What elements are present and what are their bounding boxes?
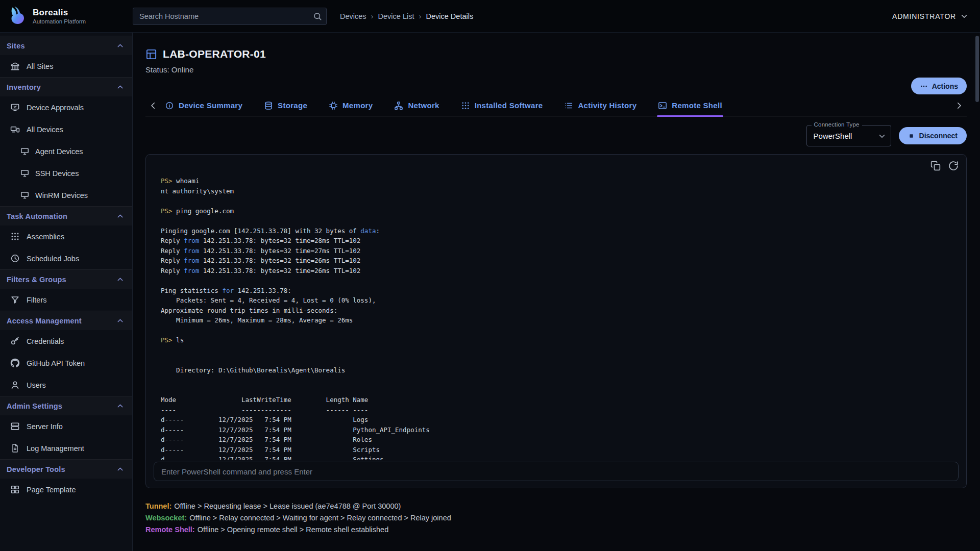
sidebar-item-assemblies[interactable]: Assemblies xyxy=(0,226,132,247)
terminal-line xyxy=(161,196,951,206)
terminal-line: nt authority\system xyxy=(161,186,951,196)
sidebar-item-page-template[interactable]: Page Template xyxy=(0,479,132,500)
terminal-line: d----- 12/7/2025 7:54 PM Settings xyxy=(161,455,951,460)
terminal-line: PS> whoami xyxy=(161,176,951,186)
sidebar-section-inventory[interactable]: Inventory xyxy=(0,77,132,96)
sidebar-item-github-api-token[interactable]: GitHub API Token xyxy=(0,352,132,374)
sidebar-section-task-automation[interactable]: Task Automation xyxy=(0,206,132,226)
sidebar-item-server-info[interactable]: Server Info xyxy=(0,415,132,437)
terminal-line: ---- ------------- ------ ---- xyxy=(161,405,951,415)
sidebar-section-developer-tools[interactable]: Developer Tools xyxy=(0,459,132,479)
sidebar-section-filters-groups[interactable]: Filters & Groups xyxy=(0,269,132,289)
tab-remote-shell[interactable]: Remote Shell xyxy=(657,94,723,116)
search-input[interactable] xyxy=(133,8,327,25)
tab-label: Memory xyxy=(342,101,373,110)
sidebar: SitesAll SitesInventoryDevice ApprovalsA… xyxy=(0,33,133,551)
sidebar-item-label: Credentials xyxy=(27,337,64,345)
sidebar-item-device-approvals[interactable]: Device Approvals xyxy=(0,96,132,118)
chevron-down-icon xyxy=(960,12,969,21)
status-line-websocket: Websocket:Offline > Relay connected > Wa… xyxy=(145,512,967,524)
user-menu-label: ADMINISTRATOR xyxy=(892,12,956,20)
breadcrumb: Devices›Device List›Device Details xyxy=(340,12,473,20)
command-input[interactable] xyxy=(154,462,959,481)
copy-icon[interactable] xyxy=(930,161,941,171)
sidebar-item-users[interactable]: Users xyxy=(0,374,132,396)
tabs-scroll-right-button[interactable] xyxy=(951,94,967,116)
refresh-icon[interactable] xyxy=(948,161,959,171)
user-menu[interactable]: ADMINISTRATOR xyxy=(892,12,980,21)
sidebar-item-log-management[interactable]: Log Management xyxy=(0,437,132,459)
sidebar-item-ssh-devices[interactable]: SSH Devices xyxy=(0,162,132,184)
tab-device-summary[interactable]: Device Summary xyxy=(164,94,243,116)
actions-button[interactable]: Actions xyxy=(911,78,967,94)
sidebar-item-filters[interactable]: Filters xyxy=(0,289,132,311)
apps-icon xyxy=(10,232,20,241)
terminal-panel: PS> whoamint authority\systemPS> ping go… xyxy=(145,154,967,488)
sidebar-section-label: Access Management xyxy=(7,317,82,325)
sidebar-item-agent-devices[interactable]: Agent Devices xyxy=(0,140,132,162)
scrollbar[interactable] xyxy=(975,36,979,548)
sidebar-section-access-management[interactable]: Access Management xyxy=(0,311,132,330)
tab-memory[interactable]: Memory xyxy=(328,94,374,116)
chevron-up-icon xyxy=(116,212,125,220)
device-title: LAB-OPERATOR-01 xyxy=(145,48,967,60)
terminal-output: PS> whoamint authority\systemPS> ping go… xyxy=(146,155,966,460)
chevron-up-icon xyxy=(116,402,125,410)
terminal-tools xyxy=(930,161,959,171)
chevron-up-icon xyxy=(116,275,125,284)
chevron-up-icon xyxy=(116,316,125,325)
tab-storage[interactable]: Storage xyxy=(263,94,308,116)
device-icon xyxy=(145,48,157,60)
terminal-line: Reply from 142.251.33.78: bytes=32 time=… xyxy=(161,236,951,246)
sidebar-section-sites[interactable]: Sites xyxy=(0,36,132,55)
sidebar-item-all-devices[interactable]: All Devices xyxy=(0,118,132,140)
storage-icon xyxy=(264,101,273,110)
device-status: Status: Online xyxy=(145,65,967,74)
terminal-line: Minimum = 26ms, Maximum = 28ms, Average … xyxy=(161,315,951,325)
doc-icon xyxy=(10,443,20,453)
disconnect-button[interactable]: Disconnect xyxy=(899,127,967,144)
status-text: Offline > Relay connected > Waiting for … xyxy=(189,514,451,522)
history-icon xyxy=(564,101,573,110)
terminal-line: PS> ls xyxy=(161,335,951,345)
tab-installed-software[interactable]: Installed Software xyxy=(460,94,544,116)
tab-label: Storage xyxy=(278,101,307,110)
terminal-line: Directory: D:\Github\Borealis\Agent\Bore… xyxy=(161,365,951,375)
terminal-line: Pinging google.com [142.251.33.78] with … xyxy=(161,226,951,236)
sidebar-item-label: All Sites xyxy=(27,62,53,70)
sidebar-item-winrm-devices[interactable]: WinRM Devices xyxy=(0,184,132,206)
terminal-line: d----- 12/7/2025 7:54 PM Roles xyxy=(161,435,951,445)
tab-label: Installed Software xyxy=(475,101,543,110)
sidebar-section-admin-settings[interactable]: Admin Settings xyxy=(0,396,132,415)
tab-label: Activity History xyxy=(578,101,636,110)
tab-network[interactable]: Network xyxy=(393,94,440,116)
breadcrumb-device-details: Device Details xyxy=(426,12,474,20)
sidebar-section-label: Admin Settings xyxy=(7,402,62,410)
sidebar-item-all-sites[interactable]: All Sites xyxy=(0,55,132,77)
brand-name: Borealis xyxy=(33,8,86,18)
sidebar-section-label: Filters & Groups xyxy=(7,276,66,284)
status-text: Offline > Opening remote shell > Remote … xyxy=(198,525,389,534)
breadcrumb-devices[interactable]: Devices xyxy=(340,12,366,20)
connection-row: Connection Type PowerShell Disconnect xyxy=(145,125,967,146)
terminal-line: d----- 12/7/2025 7:54 PM Logs xyxy=(161,415,951,425)
terminal-line: PS> ping google.com xyxy=(161,206,951,216)
sidebar-section-label: Sites xyxy=(7,42,25,50)
status-line-tunnel: Tunnel:Offline > Requesting lease > Leas… xyxy=(145,500,967,512)
connection-type-select[interactable]: Connection Type PowerShell xyxy=(806,125,891,146)
scrollbar-thumb[interactable] xyxy=(975,36,979,102)
tab-label: Device Summary xyxy=(179,101,242,110)
breadcrumb-device-list[interactable]: Device List xyxy=(378,12,414,20)
sidebar-item-credentials[interactable]: Credentials xyxy=(0,330,132,352)
tab-activity-history[interactable]: Activity History xyxy=(563,94,638,116)
terminal-line: Reply from 142.251.33.78: bytes=32 time=… xyxy=(161,256,951,266)
page-title: LAB-OPERATOR-01 xyxy=(163,48,266,60)
terminal-line xyxy=(161,276,951,286)
sidebar-item-scheduled-jobs[interactable]: Scheduled Jobs xyxy=(0,247,132,269)
tabs-scroll-left-button[interactable] xyxy=(145,94,161,116)
terminal-line xyxy=(161,345,951,356)
connection-type-value: PowerShell xyxy=(814,132,852,140)
sidebar-item-label: SSH Devices xyxy=(35,169,79,178)
terminal-line xyxy=(161,355,951,365)
status-line-remote-shell: Remote Shell:Offline > Opening remote sh… xyxy=(145,524,967,536)
